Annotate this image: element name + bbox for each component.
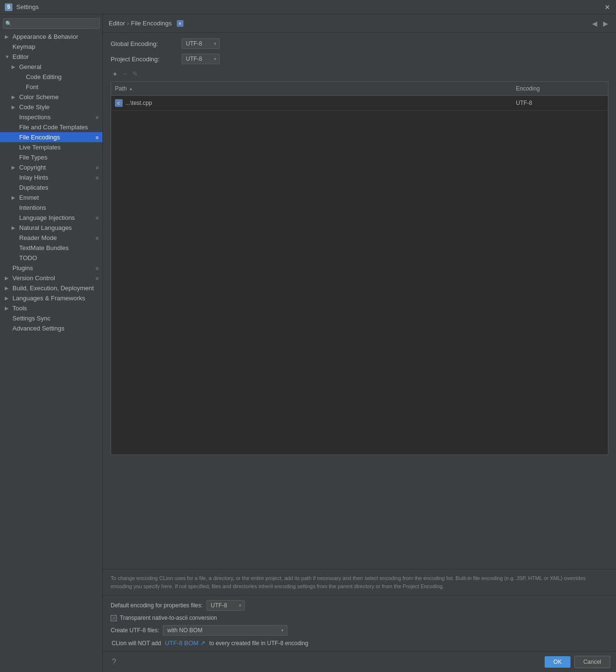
sidebar-item-label: Color Scheme: [19, 93, 58, 101]
help-button[interactable]: ?: [109, 657, 119, 667]
sidebar-item-advanced-settings[interactable]: Advanced Settings: [0, 323, 103, 333]
sidebar-item-version-control[interactable]: ▶Version Control≡: [0, 273, 103, 283]
breadcrumb: Editor › File Encodings ≡: [109, 20, 183, 27]
back-button[interactable]: ◀: [590, 19, 599, 28]
sidebar-item-live-templates[interactable]: Live Templates: [0, 142, 103, 152]
sidebar-item-label: Tools: [12, 305, 27, 312]
sidebar-item-build-exec-deploy[interactable]: ▶Build, Execution, Deployment: [0, 283, 103, 293]
sidebar-item-language-injections[interactable]: Language Injections≡: [0, 213, 103, 223]
sidebar-item-todo[interactable]: TODO: [0, 253, 103, 263]
sidebar-item-code-style[interactable]: ▶Code Style: [0, 102, 103, 112]
breadcrumb-separator: ›: [127, 20, 129, 27]
badge-icon: ≡: [96, 114, 99, 120]
bom-note-suffix: to every created file in UTF-8 encoding: [209, 640, 308, 647]
header-badge-icon: ≡: [177, 20, 183, 27]
sidebar-item-label: Natural Languages: [19, 224, 72, 231]
sidebar-item-label: Advanced Settings: [12, 325, 64, 332]
sidebar-item-intentions[interactable]: Intentions: [0, 203, 103, 213]
badge-icon: ≡: [96, 165, 99, 171]
sidebar-item-plugins[interactable]: Plugins≡: [0, 263, 103, 273]
expand-arrow: ▶: [5, 296, 11, 301]
badge-icon: ≡: [96, 275, 99, 281]
table-rows-container: C ...\test.cpp UTF-8: [111, 96, 608, 111]
file-encoding-toolbar: + − ✎: [111, 69, 608, 79]
project-encoding-dropdown[interactable]: UTF-8: [182, 54, 220, 64]
sidebar-item-languages-frameworks[interactable]: ▶Languages & Frameworks: [0, 293, 103, 303]
bom-link[interactable]: UTF-8 BOM ↗: [165, 639, 205, 647]
sidebar-item-label: Live Templates: [19, 144, 60, 151]
col-encoding: Encoding: [512, 84, 608, 93]
remove-button[interactable]: −: [120, 69, 129, 79]
ok-button[interactable]: OK: [545, 656, 570, 668]
sidebar-item-editor[interactable]: ▼Editor: [0, 52, 103, 62]
col-path: Path ▲: [111, 84, 512, 93]
bom-note-row: CLion will NOT add UTF-8 BOM ↗ to every …: [112, 639, 608, 647]
cancel-button[interactable]: Cancel: [574, 656, 610, 668]
sidebar-item-label: Duplicates: [19, 184, 48, 191]
sidebar-item-label: Font: [26, 83, 38, 91]
search-input[interactable]: [3, 18, 100, 29]
project-encoding-label: Project Encoding:: [111, 56, 178, 63]
sidebar-item-color-scheme[interactable]: ▶Color Scheme: [0, 92, 103, 102]
sidebar-item-label: Copyright: [19, 164, 46, 171]
sidebar-item-label: Keymap: [12, 43, 35, 50]
app-icon: S: [5, 3, 12, 11]
sidebar-item-general[interactable]: ▶General: [0, 62, 103, 72]
sidebar-item-reader-mode[interactable]: Reader Mode≡: [0, 233, 103, 243]
sidebar-item-appearance[interactable]: ▶Appearance & Behavior: [0, 32, 103, 42]
sidebar-item-code-editing[interactable]: Code Editing: [0, 72, 103, 82]
sidebar-item-textmate-bundles[interactable]: TextMate Bundles: [0, 243, 103, 253]
sidebar-item-tools[interactable]: ▶Tools: [0, 303, 103, 313]
badge-icon: ≡: [96, 215, 99, 221]
sidebar-item-natural-languages[interactable]: ▶Natural Languages: [0, 223, 103, 233]
sidebar-item-inspections[interactable]: Inspections≡: [0, 112, 103, 122]
sidebar-item-label: File and Code Templates: [19, 124, 88, 131]
edit-button[interactable]: ✎: [130, 69, 140, 79]
sidebar-item-duplicates[interactable]: Duplicates: [0, 182, 103, 193]
sidebar-item-label: TextMate Bundles: [19, 244, 68, 251]
default-encoding-dropdown[interactable]: UTF-8: [206, 600, 245, 611]
sidebar-item-file-code-templates[interactable]: File and Code Templates: [0, 122, 103, 132]
project-encoding-row: Project Encoding: UTF-8: [111, 54, 608, 64]
sidebar-item-copyright[interactable]: ▶Copyright≡: [0, 162, 103, 172]
sidebar-item-font[interactable]: Font: [0, 82, 103, 92]
sidebar-item-file-encodings[interactable]: File Encodings≡: [0, 132, 103, 142]
forward-button[interactable]: ▶: [601, 19, 610, 28]
sidebar-item-label: Language Injections: [19, 214, 75, 221]
sidebar-item-label: General: [19, 63, 41, 70]
breadcrumb-part-editor: Editor: [109, 20, 125, 27]
expand-arrow: ▶: [11, 195, 17, 200]
transparent-conversion-label: Transparent native-to-ascii conversion: [120, 615, 217, 621]
sidebar-item-keymap[interactable]: Keymap: [0, 42, 103, 52]
sort-icon: ▲: [129, 86, 133, 91]
expand-arrow: ▶: [11, 64, 17, 69]
sidebar-item-label: Code Style: [19, 103, 50, 111]
expand-arrow: ▶: [5, 275, 11, 281]
create-utf8-select[interactable]: with NO BOM: [163, 625, 287, 636]
table-cell-encoding: UTF-8: [512, 98, 608, 108]
sidebar-item-inlay-hints[interactable]: Inlay Hints≡: [0, 172, 103, 182]
expand-arrow: ▼: [5, 54, 11, 59]
table-row[interactable]: C ...\test.cpp UTF-8: [111, 96, 608, 111]
global-encoding-dropdown[interactable]: UTF-8: [182, 38, 220, 49]
transparent-conversion-checkbox[interactable]: ✓ Transparent native-to-ascii conversion: [111, 615, 217, 621]
sidebar-item-emmet[interactable]: ▶Emmet: [0, 193, 103, 203]
transparent-conversion-row[interactable]: ✓ Transparent native-to-ascii conversion: [111, 615, 608, 621]
search-box[interactable]: 🔍: [3, 18, 100, 29]
sidebar-item-label: File Encodings: [19, 134, 60, 141]
sidebar-item-file-types[interactable]: File Types: [0, 152, 103, 162]
add-button[interactable]: +: [111, 69, 119, 79]
sidebar-item-settings-sync[interactable]: Settings Sync: [0, 313, 103, 323]
expand-arrow: ▶: [11, 104, 17, 110]
create-utf8-label: Create UTF-8 files:: [111, 627, 159, 634]
sidebar-item-label: Build, Execution, Deployment: [12, 285, 94, 292]
sidebar-item-label: Languages & Frameworks: [12, 295, 85, 302]
sidebar-item-label: Appearance & Behavior: [12, 33, 78, 40]
expand-arrow: ▶: [11, 225, 17, 230]
window-controls: ✕: [604, 3, 611, 11]
sidebar-item-label: Emmet: [19, 194, 39, 201]
close-button[interactable]: ✕: [604, 3, 611, 11]
expand-arrow: ▶: [11, 165, 17, 170]
file-icon: C: [115, 99, 123, 107]
footer-note: To change encoding CLion uses for a file…: [103, 569, 616, 595]
